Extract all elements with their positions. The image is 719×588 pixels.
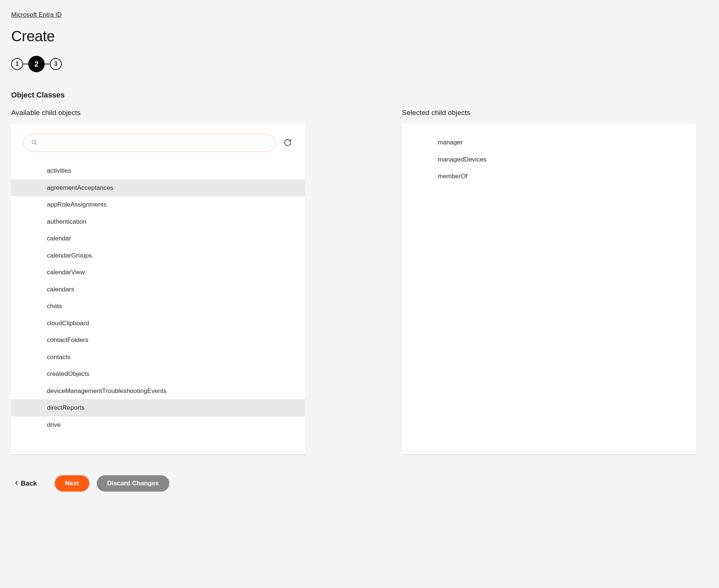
- chevron-left-icon: [15, 480, 19, 488]
- available-item[interactable]: activities: [11, 162, 305, 179]
- available-item[interactable]: contacts: [11, 349, 305, 366]
- search-input[interactable]: [41, 140, 268, 146]
- refresh-icon: [284, 138, 292, 148]
- available-item[interactable]: appRoleAssignments: [11, 196, 305, 213]
- available-item[interactable]: calendarGroups: [11, 247, 305, 264]
- selected-list: managermanagedDevicesmemberOf: [402, 134, 696, 185]
- stepper: 1 2 3: [11, 56, 708, 72]
- available-item[interactable]: calendarView: [11, 264, 305, 281]
- search-box[interactable]: [23, 134, 275, 152]
- available-item[interactable]: drive: [11, 416, 305, 434]
- step-connector: [45, 64, 50, 64]
- available-item[interactable]: calendar: [11, 230, 305, 247]
- available-item[interactable]: cloudClipboard: [11, 315, 305, 332]
- available-item[interactable]: deviceManagementTroubleshootingEvents: [11, 383, 305, 400]
- next-button[interactable]: Next: [55, 475, 89, 492]
- step-1[interactable]: 1: [11, 58, 23, 70]
- step-2[interactable]: 2: [28, 56, 45, 72]
- back-label: Back: [21, 480, 37, 488]
- step-connector: [23, 64, 28, 64]
- page-title: Create: [11, 28, 708, 45]
- svg-line-1: [35, 143, 36, 144]
- selected-item[interactable]: manager: [402, 134, 696, 151]
- selected-label: Selected child objects: [402, 109, 696, 117]
- selected-panel: managermanagedDevicesmemberOf: [402, 124, 696, 455]
- selected-item[interactable]: memberOf: [402, 168, 696, 185]
- available-item[interactable]: contactFolders: [11, 332, 305, 349]
- available-item[interactable]: calendars: [11, 281, 305, 298]
- section-title: Object Classes: [11, 91, 708, 99]
- available-item[interactable]: createdObjects: [11, 365, 305, 383]
- available-item[interactable]: directReports: [11, 399, 305, 416]
- step-3[interactable]: 3: [50, 58, 62, 70]
- back-button[interactable]: Back: [15, 480, 37, 488]
- available-item[interactable]: authentication: [11, 213, 305, 230]
- discard-button[interactable]: Discard Changes: [97, 475, 169, 492]
- available-item[interactable]: agreementAcceptances: [11, 179, 305, 196]
- available-item[interactable]: chats: [11, 298, 305, 315]
- search-icon: [31, 139, 38, 147]
- selected-item[interactable]: managedDevices: [402, 151, 696, 168]
- available-list: activitiesagreementAcceptancesappRoleAss…: [11, 159, 305, 437]
- available-label: Available child objects: [11, 109, 305, 117]
- svg-point-0: [32, 140, 36, 144]
- breadcrumb-link[interactable]: Microsoft Entra ID: [11, 11, 62, 18]
- available-panel: activitiesagreementAcceptancesappRoleAss…: [11, 124, 305, 455]
- refresh-button[interactable]: [282, 137, 293, 149]
